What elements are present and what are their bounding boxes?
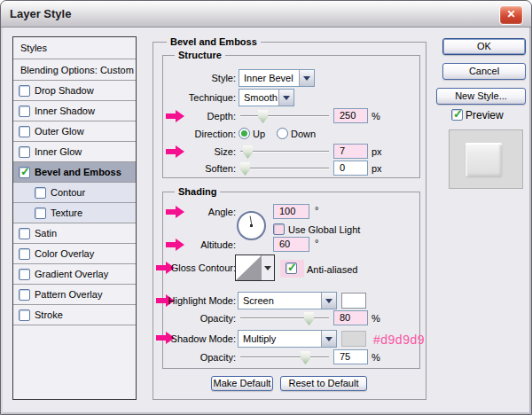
highlight-mode-label: Highlight Mode: (160, 294, 236, 307)
shadow-color-swatch[interactable] (341, 331, 366, 347)
new-style-button[interactable]: New Style... (436, 88, 526, 105)
depth-unit: % (372, 110, 380, 122)
gloss-contour-label: Gloss Contour: (160, 262, 236, 274)
styles-list: Styles Blending Options: Custom Drop Sha… (12, 36, 137, 400)
technique-select[interactable]: Smooth (239, 89, 294, 106)
direction-down-radio[interactable] (277, 128, 288, 139)
close-icon[interactable]: ✕ (499, 5, 523, 25)
structure-group-title: Structure (175, 50, 225, 60)
soften-label: Soften: (160, 162, 236, 175)
highlight-opacity-unit: % (372, 312, 380, 325)
contour-checkbox[interactable] (35, 187, 46, 199)
shading-group-title: Shading (175, 186, 220, 197)
shadow-opacity-label: Opacity: (160, 351, 236, 364)
soften-unit: px (372, 162, 382, 175)
depth-label: Depth: (160, 110, 236, 122)
drop-shadow-checkbox[interactable] (19, 85, 30, 97)
make-default-button[interactable]: Make Default (211, 376, 273, 391)
depth-input[interactable]: 250 (333, 108, 368, 123)
styles-header[interactable]: Styles (13, 37, 136, 59)
direction-label: Direction: (160, 128, 236, 140)
style-select[interactable]: Inner Bevel (239, 69, 315, 87)
altitude-label: Altitude: (160, 239, 236, 251)
inner-shadow-checkbox[interactable] (19, 106, 30, 117)
altitude-input[interactable]: 60 (273, 237, 309, 252)
sidebar-item-pattern-overlay[interactable]: Pattern Overlay (13, 285, 136, 305)
highlight-opacity-thumb[interactable] (304, 312, 314, 325)
shadow-opacity-thumb[interactable] (301, 351, 310, 364)
depth-slider-thumb[interactable] (258, 110, 268, 123)
ok-button[interactable]: OK (442, 38, 526, 55)
sidebar-item-drop-shadow[interactable]: Drop Shadow (13, 81, 136, 101)
satin-checkbox[interactable] (19, 228, 30, 239)
technique-label: Technique: (160, 91, 236, 104)
sidebar-item-texture[interactable]: Texture (13, 203, 136, 223)
chevron-down-icon[interactable] (299, 70, 314, 86)
soften-slider[interactable] (240, 161, 329, 176)
direction-up-label: Up (253, 128, 265, 140)
inner-glow-checkbox[interactable] (19, 146, 30, 158)
title-bar[interactable]: Layer Style ✕ (1, 1, 531, 27)
soften-slider-thumb[interactable] (240, 162, 250, 176)
highlight-color-swatch[interactable] (341, 293, 366, 309)
sidebar-item-color-overlay[interactable]: Color Overlay (13, 244, 136, 264)
soften-input[interactable]: 0 (333, 161, 368, 176)
chevron-down-icon[interactable] (321, 331, 336, 347)
gloss-contour-thumbnail[interactable] (236, 255, 262, 280)
style-preview-thumbnail (449, 129, 523, 189)
chevron-down-icon[interactable] (321, 293, 336, 309)
preview-checkbox[interactable] (451, 109, 463, 121)
direction-up-radio[interactable] (239, 128, 250, 139)
sidebar-item-stroke[interactable]: Stroke (13, 305, 136, 325)
sidebar-item-outer-glow[interactable]: Outer Glow (13, 121, 136, 142)
direction-down-label: Down (291, 128, 316, 140)
shadow-opacity-slider[interactable] (240, 350, 329, 364)
shadow-opacity-input[interactable]: 75 (333, 349, 368, 364)
sidebar-item-gradient-overlay[interactable]: Gradient Overlay (13, 264, 136, 285)
angle-unit: ° (315, 204, 318, 216)
reset-to-default-button[interactable]: Reset to Default (280, 376, 367, 391)
anti-aliased-checkbox[interactable] (286, 262, 297, 274)
style-label: Style: (160, 72, 236, 84)
size-label: Size: (160, 145, 236, 158)
chevron-down-icon[interactable] (261, 255, 274, 280)
gloss-contour-picker[interactable] (235, 254, 275, 281)
angle-label: Angle: (160, 206, 236, 218)
angle-dial[interactable] (237, 211, 266, 240)
size-unit: px (372, 145, 382, 158)
sidebar-item-satin[interactable]: Satin (13, 223, 136, 244)
altitude-unit: ° (315, 237, 318, 249)
shadow-mode-select[interactable]: Multiply (238, 330, 337, 348)
sidebar-item-bevel-and-emboss[interactable]: Bevel and Emboss (13, 162, 136, 183)
bevel-preview-square (466, 143, 502, 176)
preview-label: Preview (466, 109, 504, 121)
use-global-light-checkbox[interactable] (273, 223, 285, 235)
sidebar-item-inner-glow[interactable]: Inner Glow (13, 142, 136, 162)
chevron-down-icon[interactable] (278, 90, 293, 106)
sidebar-item-contour[interactable]: Contour (13, 183, 136, 203)
bevel-emboss-group-title: Bevel and Emboss (167, 36, 261, 47)
highlight-opacity-slider[interactable] (240, 311, 329, 325)
bevel-emboss-checkbox[interactable] (19, 167, 30, 178)
pattern-overlay-checkbox[interactable] (19, 289, 30, 301)
shadow-swatch-hex-note: #d9d9d9 (373, 333, 425, 347)
angle-input[interactable]: 100 (273, 204, 309, 219)
color-overlay-checkbox[interactable] (19, 248, 30, 260)
gradient-overlay-checkbox[interactable] (19, 269, 30, 280)
texture-checkbox[interactable] (35, 208, 46, 219)
depth-slider[interactable] (240, 109, 329, 123)
outer-glow-checkbox[interactable] (19, 126, 30, 137)
highlight-mode-select[interactable]: Screen (238, 292, 337, 309)
highlight-opacity-input[interactable]: 80 (333, 310, 368, 325)
cancel-button[interactable]: Cancel (442, 63, 526, 80)
anti-aliased-label: Anti-aliased (307, 263, 357, 276)
size-input[interactable]: 7 (333, 144, 368, 159)
shadow-opacity-unit: % (372, 351, 380, 364)
size-slider-thumb[interactable] (243, 145, 253, 159)
window-title: Layer Style (10, 7, 71, 20)
use-global-light-label: Use Global Light (288, 223, 360, 236)
blending-options-item[interactable]: Blending Options: Custom (13, 59, 136, 81)
stroke-checkbox[interactable] (19, 309, 30, 321)
sidebar-item-inner-shadow[interactable]: Inner Shadow (13, 101, 136, 121)
size-slider[interactable] (240, 145, 329, 159)
